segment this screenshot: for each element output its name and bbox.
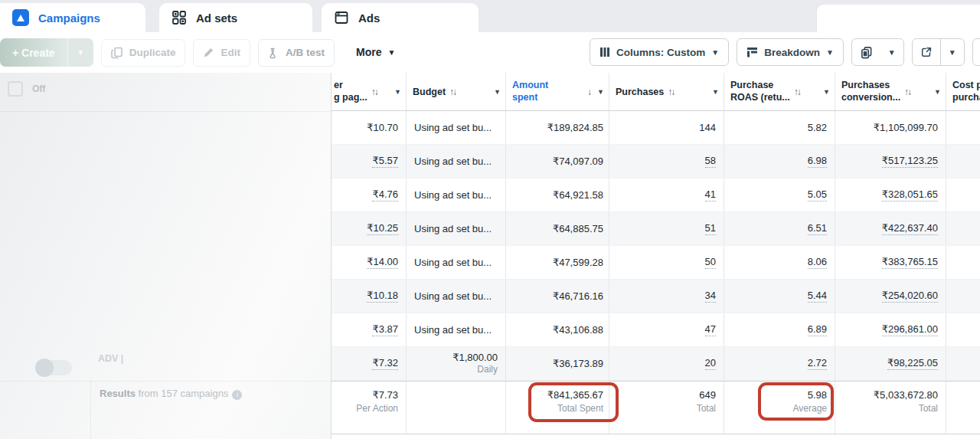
summary-purchases-value: 649 xyxy=(699,389,716,401)
summary-cost-per-action: ₹7.73 Per Action xyxy=(332,382,407,434)
cell-budget: Using ad set bu... xyxy=(407,313,506,346)
cell-purchase-roas: 2.72 xyxy=(724,347,835,380)
purchases-header-label: Purchases xyxy=(616,87,664,97)
cpp-line1: Cost p xyxy=(952,80,980,92)
breakdown-label: Breakdown xyxy=(764,47,820,58)
disabled-actions-group: + Create ▼ Duplicate Edit A/ xyxy=(0,38,335,67)
conversion-line2: conversion... xyxy=(841,92,900,104)
table-summary-row: ₹7.73 Per Action ₹841,365.67 Total Spent… xyxy=(332,381,980,434)
create-button[interactable]: + Create ▼ xyxy=(0,38,93,67)
cell-cost-per-purchase xyxy=(946,111,980,144)
info-icon[interactable]: i xyxy=(232,390,242,400)
select-all-checkbox[interactable] xyxy=(8,81,23,97)
column-header-cost-per-purchase[interactable]: Cost p purcha xyxy=(946,73,980,110)
col0-line2: g pag... xyxy=(334,92,368,104)
cell-purchases: 58 xyxy=(609,145,724,178)
cell-amount-spent: ₹36,173.89 xyxy=(506,347,609,380)
column-header-purchases-conversion-value[interactable]: Purchases conversion... ↑↓ ▼ xyxy=(835,73,946,110)
tab-strip: Campaigns Ad sets Ads xyxy=(0,0,980,32)
create-button-label[interactable]: + Create xyxy=(0,38,67,67)
cell-conversion-value: ₹328,051.65 xyxy=(835,179,946,211)
tab-campaigns-label: Campaigns xyxy=(38,11,100,25)
summary-conv-value: ₹5,033,672.80 xyxy=(874,389,938,401)
reports-pages-button[interactable] xyxy=(852,39,880,65)
cell-cost-per-purchase xyxy=(946,280,980,313)
tab-ad-sets[interactable]: Ad sets xyxy=(159,3,312,32)
summary-amount-label: Total Spent xyxy=(557,403,603,414)
roas-line2: ROAS (retu... xyxy=(730,92,790,104)
edit-button[interactable]: Edit xyxy=(193,39,250,67)
sort-updown-icon[interactable]: ↑↓ xyxy=(794,87,800,97)
cell-cost-per-purchase xyxy=(946,347,980,380)
amount-spent-line2: spent xyxy=(512,92,548,104)
export-caret[interactable]: ▼ xyxy=(941,39,964,65)
columns-button[interactable]: Columns: Custom ▼ xyxy=(590,38,729,66)
summary-roas-value: 5.98 xyxy=(808,389,827,401)
summary-roas-average: 5.98 Average xyxy=(724,382,835,434)
sort-updown-icon[interactable]: ↑↓ xyxy=(904,87,910,97)
cell-purchase-roas: 6.51 xyxy=(724,212,835,245)
reports-button: ▼ xyxy=(851,38,904,66)
tab-ads[interactable]: Ads xyxy=(322,3,479,32)
more-button[interactable]: More ▼ xyxy=(356,40,395,64)
cell-conversion-value: ₹1,105,099.70 xyxy=(835,111,946,144)
sort-updown-icon[interactable]: ↑↓ xyxy=(668,87,674,97)
breakdown-icon xyxy=(746,47,758,57)
off-column-header: Off xyxy=(32,84,45,94)
toolbar: + Create ▼ Duplicate Edit A/ xyxy=(0,32,980,73)
faded-campaign-columns-region: Off ADV | Results from 157 campaignsi xyxy=(0,73,331,439)
table-row: ₹14.00 Using ad set bu... ₹47,599.28 50 … xyxy=(332,246,980,280)
column-header-purchase-roas[interactable]: Purchase ROAS (retu... ↑↓ ▼ xyxy=(724,73,835,110)
cell-purchase-roas: 5.05 xyxy=(724,179,835,211)
sort-updown-icon[interactable]: ↑↓ xyxy=(449,87,456,97)
summary-cost-value: ₹7.73 xyxy=(372,389,398,401)
column-header-amount-spent[interactable]: Amount spent ↓ ▼ xyxy=(506,73,609,110)
cell-cost-per-result: ₹4.76 xyxy=(332,179,407,211)
tab-campaigns[interactable]: Campaigns xyxy=(0,3,145,32)
summary-purchases-label: Total xyxy=(697,403,716,414)
left-header-divider xyxy=(0,111,331,112)
reports-caret[interactable]: ▼ xyxy=(880,39,903,65)
columns-caret-icon: ▼ xyxy=(711,48,719,57)
roas-line1: Purchase xyxy=(730,80,790,92)
column-header-budget[interactable]: Budget ↑↓ ▼ xyxy=(407,73,506,110)
duplicate-button[interactable]: Duplicate xyxy=(101,39,186,67)
column-header-cost-per-landing-page-view[interactable]: er g pag... ↑↓ ▼ xyxy=(332,73,407,110)
results-summary: Results from 157 campaignsi xyxy=(100,388,242,400)
cell-cost-per-result: ₹5.57 xyxy=(332,145,407,178)
cell-purchases: 50 xyxy=(609,246,724,279)
cell-budget: Using ad set bu... xyxy=(407,111,506,144)
columns-label: Columns: Custom xyxy=(616,47,705,58)
column-menu-caret-icon[interactable]: ▼ xyxy=(394,88,401,96)
ad-sets-grid-icon xyxy=(172,10,187,25)
column-menu-caret-icon[interactable]: ▼ xyxy=(934,88,941,96)
cell-conversion-value: ₹383,765.15 xyxy=(835,246,946,279)
export-icon xyxy=(920,46,933,58)
table-row: ₹10.18 Using ad set bu... ₹46,716.16 34 … xyxy=(332,280,980,313)
charts-button[interactable] xyxy=(972,38,980,66)
summary-amount-value: ₹841,365.67 xyxy=(547,389,603,401)
left-column-divider xyxy=(90,381,91,439)
column-menu-caret-icon[interactable]: ▼ xyxy=(597,88,604,96)
left-footer-divider xyxy=(0,381,331,382)
edit-label: Edit xyxy=(220,47,240,58)
cell-conversion-value: ₹296,861.00 xyxy=(835,313,946,346)
cell-purchases: 47 xyxy=(609,313,724,346)
column-menu-caret-icon[interactable]: ▼ xyxy=(712,88,719,96)
create-dropdown-caret[interactable]: ▼ xyxy=(67,38,93,67)
col0-line1: er xyxy=(334,80,368,92)
cell-amount-spent: ₹47,599.28 xyxy=(506,246,609,279)
ab-test-button[interactable]: A/B test xyxy=(258,39,335,67)
export-button-group: ▼ xyxy=(912,38,965,66)
sort-desc-icon[interactable]: ↓ xyxy=(587,87,592,97)
table-header-row: er g pag... ↑↓ ▼ Budget ↑↓ ▼ Amount spen… xyxy=(332,73,980,111)
campaign-toggle[interactable] xyxy=(37,360,72,375)
cell-conversion-value: ₹98,225.05 xyxy=(835,347,946,380)
column-menu-caret-icon[interactable]: ▼ xyxy=(823,88,830,96)
breakdown-button[interactable]: Breakdown ▼ xyxy=(737,38,844,66)
column-menu-caret-icon[interactable]: ▼ xyxy=(494,88,501,96)
column-header-purchases[interactable]: Purchases ↑↓ ▼ xyxy=(609,73,724,110)
export-button[interactable] xyxy=(913,39,940,65)
cell-purchases: 34 xyxy=(609,280,724,313)
sort-updown-icon[interactable]: ↑↓ xyxy=(371,87,377,97)
